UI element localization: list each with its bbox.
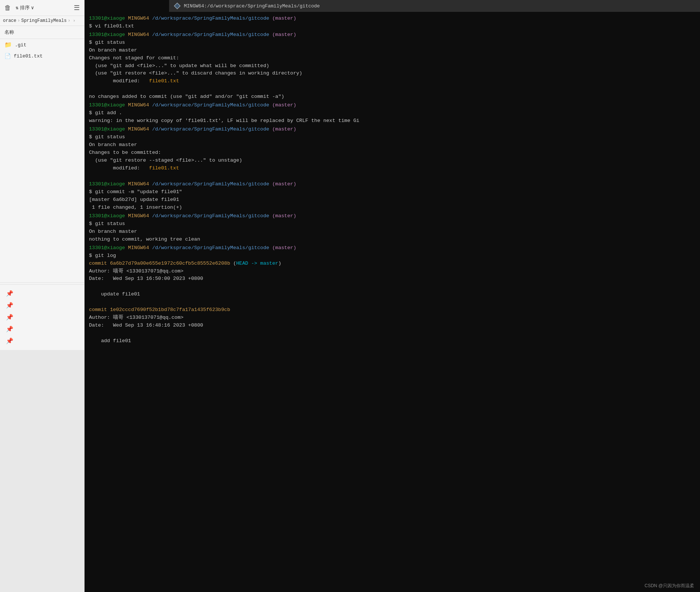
prompt-branch-1: (master) — [272, 15, 296, 23]
output-changes-to-commit: Changes to be committed: — [89, 149, 696, 157]
breadcrumb-sep1: › — [17, 18, 20, 23]
pin-icon-4: 📌 — [6, 325, 13, 333]
prompt-line-2: 13301@xiaoge MINGW64 /d/worksprace/Sprin… — [89, 31, 696, 39]
prompt-line-7: 13301@xiaoge MINGW64 /d/worksprace/Sprin… — [89, 244, 696, 252]
cmd-vi: $ vi file01.txt — [89, 23, 696, 30]
title-bar-text: MINGW64:/d/worksprace/SpringFamilyMeals/… — [184, 3, 320, 9]
breadcrumb-sep2: › — [68, 18, 70, 23]
output-use-restore-staged: (use "git restore --staged <file>..." to… — [89, 157, 696, 165]
terminal-block-3: 13301@xiaoge MINGW64 /d/worksprace/Sprin… — [89, 102, 696, 125]
prompt-host-1: MINGW64 — [128, 15, 149, 23]
cmd-status-3: $ git status — [89, 220, 696, 228]
watermark: CSDN @只因为你而温柔 — [644, 583, 694, 589]
output-empty-2 — [89, 172, 696, 180]
output-use-add: (use "git add <file>..." to update what … — [89, 62, 696, 70]
terminal-block-7: 13301@xiaoge MINGW64 /d/worksprace/Sprin… — [89, 244, 696, 345]
pin-icon-1: 📌 — [6, 290, 13, 297]
commit-hash-line-1: commit 6a6b27d79a00e655e1972c60cfb5c8555… — [89, 260, 696, 268]
svg-marker-1 — [174, 3, 180, 9]
prompt-line-5: 13301@xiaoge MINGW64 /d/worksprace/Sprin… — [89, 181, 696, 188]
prompt-line-6: 13301@xiaoge MINGW64 /d/worksprace/Sprin… — [89, 212, 696, 220]
cmd-status-1: $ git status — [89, 39, 696, 47]
author-line-2: Author: 喵哥 <1330137071@qq.com> — [89, 314, 696, 322]
pin-item-2[interactable]: 📌 — [0, 300, 84, 311]
author-line-1: Author: 喵哥 <1330137071@qq.com> — [89, 268, 696, 275]
commit-hash-line-2: commit 1e02cccd7690f52b1bd78c7fa17a1435f… — [89, 306, 696, 314]
file-list-header: 名称 — [0, 26, 84, 39]
pin-item-5[interactable]: 📌 — [0, 335, 84, 347]
breadcrumb-more: › — [73, 19, 76, 23]
terminal[interactable]: 13301@xiaoge MINGW64 /d/worksprace/Sprin… — [85, 0, 700, 592]
file-list: 📁 .git 📄 file01.txt — [0, 39, 84, 281]
pin-icon-2: 📌 — [6, 302, 13, 309]
commit-msg-2: add file01 — [89, 337, 696, 345]
terminal-logo — [174, 2, 181, 10]
terminal-block-6: 13301@xiaoge MINGW64 /d/worksprace/Sprin… — [89, 212, 696, 244]
sidebar-file-git[interactable]: 📁 .git — [0, 39, 84, 51]
prompt-path-1: /d/worksprace/SpringFamilyMeals/gitcode — [152, 15, 269, 23]
commit-msg-1: update file01 — [89, 291, 696, 298]
commit-gap-1 — [89, 298, 696, 306]
header-name-label: 名称 — [4, 30, 14, 35]
output-branch-1: On branch master — [89, 47, 696, 54]
output-modified-2: modified: file01.txt — [89, 165, 696, 172]
prompt-user-1: 13301@xiaoge — [89, 15, 125, 23]
sidebar-file-file01[interactable]: 📄 file01.txt — [0, 51, 84, 62]
commit-msg-empty-1 — [89, 283, 696, 291]
terminal-block-2: 13301@xiaoge MINGW64 /d/worksprace/Sprin… — [89, 31, 696, 101]
cmd-log: $ git log — [89, 252, 696, 260]
folder-icon: 📁 — [4, 41, 12, 49]
breadcrumb-orace: orace — [3, 18, 16, 23]
output-files-changed: 1 file changed, 1 insertion(+) — [89, 204, 696, 212]
output-nothing-to-commit: nothing to commit, working tree clean — [89, 236, 696, 244]
delete-icon[interactable]: 🗑 — [4, 4, 11, 12]
pin-icon-5: 📌 — [6, 337, 13, 345]
terminal-block-1: 13301@xiaoge MINGW64 /d/worksprace/Sprin… — [89, 15, 696, 30]
prompt-line-4: 13301@xiaoge MINGW64 /d/worksprace/Sprin… — [89, 126, 696, 133]
output-modified-1: modified: file01.txt — [89, 77, 696, 85]
sort-label: 排序 — [20, 4, 30, 11]
pin-icon-3: 📌 — [6, 314, 13, 321]
sort-button[interactable]: ⇅ 排序 ∨ — [14, 4, 36, 12]
commit-msg-empty-2 — [89, 330, 696, 337]
prompt-line-3: 13301@xiaoge MINGW64 /d/worksprace/Sprin… — [89, 102, 696, 109]
terminal-block-4: 13301@xiaoge MINGW64 /d/worksprace/Sprin… — [89, 126, 696, 180]
sort-chevron-icon: ∨ — [31, 5, 34, 11]
file-name-git: .git — [15, 42, 26, 48]
output-use-restore: (use "git restore <file>..." to discard … — [89, 70, 696, 77]
output-commit-result: [master 6a6b27d] update file01 — [89, 196, 696, 204]
breadcrumb: orace › SpringFamilyMeals › › — [0, 16, 84, 26]
cmd-commit: $ git commit -m "update file01" — [89, 188, 696, 196]
output-warning: warning: in the working copy of 'file01.… — [89, 117, 696, 125]
breadcrumb-springfamilymeals: SpringFamilyMeals — [21, 18, 66, 23]
cmd-status-2: $ git status — [89, 133, 696, 141]
cmd-add: $ git add . — [89, 109, 696, 117]
pin-item-3[interactable]: 📌 — [0, 311, 84, 323]
menu-icon[interactable]: ☰ — [74, 4, 80, 12]
output-branch-3: On branch master — [89, 228, 696, 236]
date-line-1: Date: Wed Sep 13 16:50:00 2023 +0800 — [89, 275, 696, 283]
output-no-changes: no changes added to commit (use "git add… — [89, 93, 696, 101]
output-changes-not-staged: Changes not staged for commit: — [89, 54, 696, 62]
sidebar-pins: 📌 📌 📌 📌 📌 — [0, 284, 84, 350]
sort-icon: ⇅ — [16, 5, 19, 11]
pin-item-4[interactable]: 📌 — [0, 323, 84, 335]
sidebar-divider1 — [0, 282, 84, 283]
title-bar: MINGW64:/d/worksprace/SpringFamilyMeals/… — [169, 0, 700, 12]
sidebar: 🗑 ⇅ 排序 ∨ ☰ orace › SpringFamilyMeals › ›… — [0, 0, 85, 592]
file-name-file01: file01.txt — [14, 53, 43, 59]
pin-item-1[interactable]: 📌 — [0, 288, 84, 300]
sidebar-toolbar: 🗑 ⇅ 排序 ∨ ☰ — [0, 0, 84, 16]
prompt-line-1: 13301@xiaoge MINGW64 /d/worksprace/Sprin… — [89, 15, 696, 23]
date-line-2: Date: Wed Sep 13 16:48:16 2023 +0800 — [89, 322, 696, 330]
output-empty-1 — [89, 85, 696, 93]
file-icon: 📄 — [4, 53, 11, 59]
output-branch-2: On branch master — [89, 141, 696, 149]
terminal-block-5: 13301@xiaoge MINGW64 /d/worksprace/Sprin… — [89, 181, 696, 212]
